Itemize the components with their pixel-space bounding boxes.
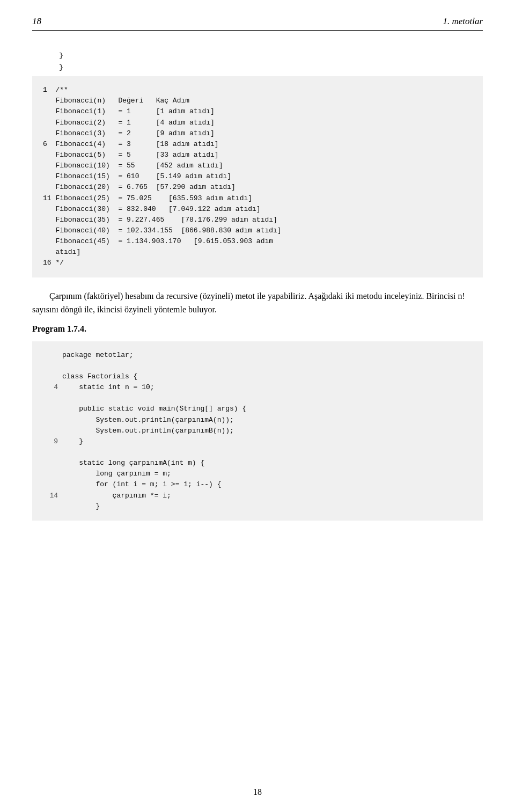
comment-line: Fibonacci(10) = 55 [452 adım atıdı] [43,160,472,171]
page-title: 1. metotlar [443,16,483,27]
code-line: 4 static int n = 10; [43,382,472,393]
code-line: public static void main(String[] args) { [43,404,472,414]
comment-line: 6 Fibonacci(4) = 3 [18 adım atıdı] [43,139,472,150]
code-line: package metotlar; [43,350,472,361]
comment-line: Fibonacci(45) = 1.134.903.170 [9.615.053… [43,236,472,247]
page-footer: 18 [0,787,515,797]
comment-line: 16 */ [43,258,472,268]
brace-line-1: } [59,50,472,62]
code-line: System.out.println(çarpınımA(n)); [43,415,472,426]
comment-line: Fibonacci(20) = 6.765 [57.290 adım atıdı… [43,182,472,193]
code-line [43,447,472,458]
code-line: 14 çarpınım *= i; [43,491,472,501]
code-line: for (int i = m; i >= 1; i--) { [43,479,472,490]
comment-line: Fibonacci(15) = 610 [5.149 adım atıdı] [43,171,472,182]
page-header: 18 1. metotlar [32,16,483,31]
code-line: System.out.println(çarpınımB(n)); [43,426,472,436]
comment-line: Fibonacci(2) = 1 [4 adım atıdı] [43,118,472,128]
code-line: class Factorials { [43,371,472,382]
code-line [43,393,472,404]
comment-line: Fibonacci(35) = 9.227.465 [78.176.299 ad… [43,215,472,225]
comment-line: 11 Fibonacci(25) = 75.025 [635.593 adım … [43,193,472,204]
comment-line: 1 /** [43,85,472,96]
code-line: long çarpınım = m; [43,469,472,479]
code-line: 9 } [43,436,472,447]
brace-block: } } [32,47,483,76]
comment-line: Fibonacci(3) = 2 [9 adım atıdı] [43,128,472,139]
comment-line: Fibonacci(5) = 5 [33 adım atıdı] [43,150,472,160]
code-block-program: package metotlar;class Factorials {4 sta… [32,341,483,521]
page-number-left: 18 [32,16,41,27]
comment-line: Fibonacci(n) Değeri Kaç Adım [43,96,472,106]
comment-block: 1 /** Fibonacci(n) Değeri Kaç Adım Fibon… [32,76,483,277]
comment-line: Fibonacci(30) = 832.040 [7.049.122 adım … [43,204,472,215]
comment-line: Fibonacci(40) = 102.334.155 [866.988.830… [43,225,472,236]
code-line: } [43,501,472,512]
footer-page-number: 18 [253,787,262,796]
code-line: static long çarpınımA(int m) { [43,458,472,469]
page-container: 18 1. metotlar } } 1 /** Fibonacci(n) De… [0,0,515,812]
code-line [43,361,472,371]
brace-line-2: } [59,62,472,74]
comment-line: atıdı] [43,247,472,258]
comment-line: Fibonacci(1) = 1 [1 adım atıdı] [43,106,472,117]
prose-paragraph1: Çarpınım (faktöriyel) hesabını da recurs… [32,289,483,317]
program-label: Program 1.7.4. [32,324,483,334]
